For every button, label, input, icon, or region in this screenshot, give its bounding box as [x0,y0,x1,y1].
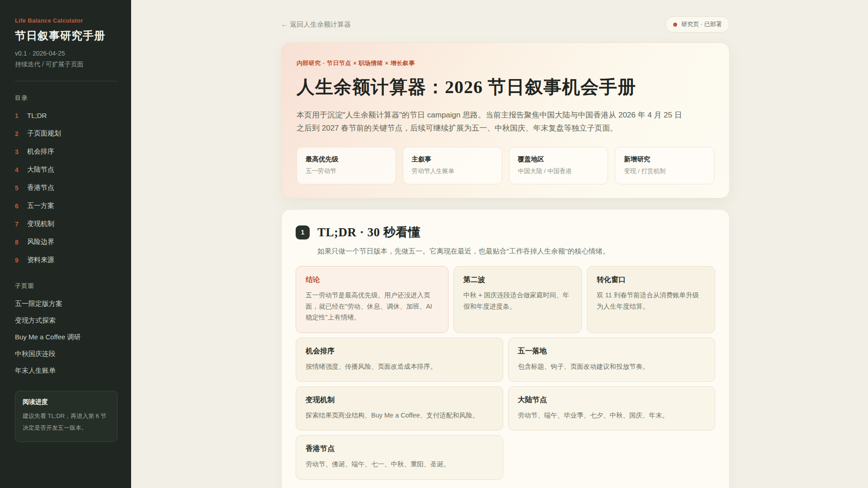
card-body: 包含标题、钩子、页面改动建议和投放节奏。 [518,361,706,372]
toc-label: 机会排序 [27,147,54,156]
card-title: 大陆节点 [518,395,706,405]
main-content: ← 返回人生余额计算器 研究页 · 已部署 内部研究 · 节日节点 × 职场情绪… [131,0,868,488]
toc-number: 1 [15,112,27,119]
card-body: 中秋 + 国庆连段适合做家庭时间、年假和年度进度条。 [463,290,572,312]
card-mainland-nodes: 大陆节点 劳动节、端午、毕业季、七夕、中秋、国庆、年末。 [508,386,716,431]
status-dot-icon [673,23,677,27]
toc-number: 8 [15,239,27,246]
card-body: 劳动节、佛诞、端午、七一、中秋、重阳、圣诞。 [306,459,493,469]
stat-label: 新增研究 [624,155,705,164]
card-body: 探索结果页商业结构、Buy Me a Coffee、支付适配和风险。 [306,410,493,421]
toc-number: 2 [15,130,27,137]
section-tldr: 1 TL;DR · 30 秒看懂 如果只做一个节日版本，先做五一。它离现在最近，… [281,209,730,488]
card-title: 香港节点 [306,444,493,454]
status-badge-label: 研究页 · 已部署 [681,20,722,28]
hero-card: 内部研究 · 节日节点 × 职场情绪 × 增长叙事 人生余额计算器：2026 节… [281,42,730,198]
card-body: 按情绪强度、传播风险、页面改造成本排序。 [306,361,493,372]
card-monetization: 变现机制 探索结果页商业结构、Buy Me a Coffee、支付适配和风险。 [296,386,503,431]
subpage-link-monetization[interactable]: 变现方式探索 [15,312,118,329]
page-title: 人生余额计算器：2026 节日叙事机会手册 [297,75,714,99]
subpage-link-bmc[interactable]: Buy Me a Coffee 调研 [15,329,118,346]
card-body: 劳动节、端午、毕业季、七夕、中秋、国庆、年末。 [518,410,706,421]
toc-number: 5 [15,184,27,192]
stat-card-regions: 覆盖地区 中国大陆 / 中国香港 [509,147,609,184]
tldr-card-grid: 结论 五一劳动节是最高优先级。用户还没进入页面，就已经在"劳动、休息、调休、加班… [296,266,715,479]
subpage-link-mayday[interactable]: 五一限定版方案 [15,296,118,312]
stat-label: 最高优先级 [306,155,387,164]
topbar: ← 返回人生余额计算器 研究页 · 已部署 [281,17,730,32]
toc-label: 大陆节点 [27,165,54,174]
tagline-label: 持续迭代 / 可扩展子页面 [15,59,118,70]
reading-progress-title: 阅读进度 [23,398,110,406]
toc-number: 7 [15,221,27,228]
toc-number: 6 [15,202,27,210]
app-name: Life Balance Calculator [15,17,118,24]
card-title: 变现机制 [306,395,493,405]
subpages-header: 子页面 [15,282,118,290]
card-second-wave: 第二波 中秋 + 国庆连段适合做家庭时间、年假和年度进度条。 [453,266,582,333]
section-heading-row: 1 TL;DR · 30 秒看懂 [296,224,715,240]
subpage-link-yearend[interactable]: 年末人生账单 [15,362,118,379]
toc-item-opportunity-rank[interactable]: 3 机会排序 [15,143,118,161]
card-title: 五一落地 [518,347,706,356]
reading-progress-box: 阅读进度 建议先看 TL;DR，再进入第 6 节决定是否开发五一版本。 [15,391,118,442]
card-title: 机会排序 [306,347,493,356]
section-subtitle: 如果只做一个节日版本，先做五一。它离现在最近，也最贴合"工作吞掉人生余额"的核心… [317,247,715,256]
stat-value: 中国大陆 / 中国香港 [518,167,599,175]
stat-card-narrative: 主叙事 劳动节人生账单 [403,147,502,184]
section-number-badge: 1 [296,225,310,239]
card-conversion-window: 转化窗口 双 11 到春节前适合从消费账单升级为人生年度结算。 [587,266,715,333]
card-hongkong-nodes: 香港节点 劳动节、佛诞、端午、七一、中秋、重阳、圣诞。 [296,435,503,479]
toc-item-risk-boundary[interactable]: 8 风险边界 [15,233,118,251]
toc-label: 风险边界 [27,238,54,246]
hero-eyebrow: 内部研究 · 节日节点 × 职场情绪 × 增长叙事 [297,59,714,67]
section-title: TL;DR · 30 秒看懂 [317,224,420,240]
toc-label: 资料来源 [27,256,54,264]
sidebar-divider [15,81,118,81]
card-conclusion: 结论 五一劳动节是最高优先级。用户还没进入页面，就已经在"劳动、休息、调休、加班… [296,266,448,333]
card-opportunity-rank: 机会排序 按情绪强度、传播风险、页面改造成本排序。 [296,338,503,382]
toc-label: TL;DR [27,112,47,119]
toc-item-tldr[interactable]: 1 TL;DR [15,107,118,125]
toc-item-mayday-plan[interactable]: 6 五一方案 [15,197,118,215]
toc-item-subpage-plan[interactable]: 2 子页面规划 [15,125,118,143]
card-body: 双 11 到春节前适合从消费账单升级为人生年度结算。 [597,290,705,312]
card-title: 结论 [306,275,439,285]
stat-label: 主叙事 [412,155,493,164]
stat-value: 变现 / 打赏机制 [624,167,705,175]
stat-card-new-research: 新增研究 变现 / 打赏机制 [615,147,714,184]
hero-description: 本页用于沉淀"人生余额计算器"的节日 campaign 思路。当前主报告聚焦中国… [297,108,685,135]
toc-label: 子页面规划 [27,129,61,138]
stat-value: 五一劳动节 [306,167,387,175]
toc-header: 目录 [15,94,118,102]
toc-item-hongkong-nodes[interactable]: 5 香港节点 [15,179,118,197]
sidebar-title: 节日叙事研究手册 [15,28,118,43]
hero-stats-row: 最高优先级 五一劳动节 主叙事 劳动节人生账单 覆盖地区 中国大陆 / 中国香港… [297,147,714,184]
toc-label: 五一方案 [27,202,54,210]
stat-value: 劳动节人生账单 [412,167,493,175]
card-title: 转化窗口 [597,275,705,285]
subpage-link-midautumn[interactable]: 中秋国庆连段 [15,346,118,362]
toc-label: 变现机制 [27,220,54,228]
toc-number: 9 [15,257,27,264]
back-link[interactable]: ← 返回人生余额计算器 [281,20,351,29]
card-mayday-landing: 五一落地 包含标题、钩子、页面改动建议和投放节奏。 [508,338,716,382]
subpage-links: 五一限定版方案 变现方式探索 Buy Me a Coffee 调研 中秋国庆连段… [15,296,118,379]
toc-number: 3 [15,148,27,155]
sidebar: Life Balance Calculator 节日叙事研究手册 v0.1 · … [0,0,131,488]
card-title: 第二波 [463,275,572,285]
stat-label: 覆盖地区 [518,155,599,164]
version-label: v0.1 · 2026-04-25 [15,48,118,59]
toc-item-monetization[interactable]: 7 变现机制 [15,215,118,233]
toc-number: 4 [15,166,27,174]
status-badge: 研究页 · 已部署 [665,16,730,33]
sidebar-meta: v0.1 · 2026-04-25 持续迭代 / 可扩展子页面 [15,48,118,70]
toc-label: 香港节点 [27,183,54,192]
card-body: 五一劳动节是最高优先级。用户还没进入页面，就已经在"劳动、休息、调休、加班、AI… [306,290,439,323]
toc-item-mainland-nodes[interactable]: 4 大陆节点 [15,161,118,179]
toc-item-sources[interactable]: 9 资料来源 [15,251,118,269]
table-of-contents: 1 TL;DR 2 子页面规划 3 机会排序 4 大陆节点 5 香港节点 6 五… [15,107,118,269]
reading-progress-text: 建议先看 TL;DR，再进入第 6 节决定是否开发五一版本。 [23,410,110,434]
stat-card-priority: 最高优先级 五一劳动节 [297,147,396,184]
